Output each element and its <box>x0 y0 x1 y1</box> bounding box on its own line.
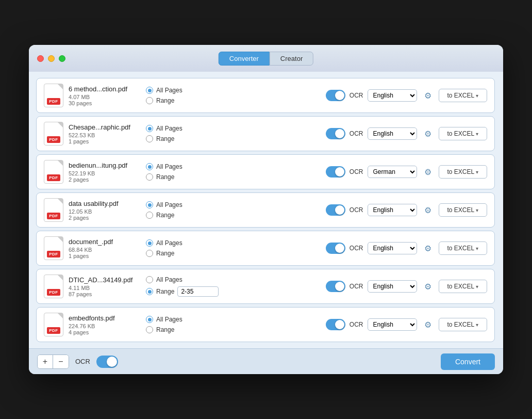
range-radio[interactable] <box>146 135 153 142</box>
all-pages-option[interactable]: All Pages <box>146 239 197 247</box>
range-option[interactable]: Range <box>146 212 197 219</box>
settings-gear-button[interactable]: ⚙ <box>421 280 435 293</box>
ocr-label: OCR <box>350 92 363 99</box>
controls-right: OCR EnglishGermanFrenchSpanishItalianPor… <box>326 241 487 255</box>
bottom-bar: + − OCR Convert <box>29 348 503 374</box>
ocr-toggle[interactable] <box>326 128 345 139</box>
language-select[interactable]: EnglishGermanFrenchSpanishItalianPortugu… <box>368 89 417 102</box>
all-pages-radio[interactable] <box>146 87 153 94</box>
range-option[interactable]: Range <box>146 250 197 257</box>
file-size: 224.76 KB <box>69 323 141 329</box>
range-radio[interactable] <box>146 212 153 219</box>
file-pages: 30 pages <box>69 100 141 106</box>
minimize-button[interactable] <box>48 55 55 62</box>
output-format-button[interactable]: to EXCEL <box>439 165 487 179</box>
file-row: PDF Chesape...raphic.pdf 522.53 KB 1 pag… <box>36 116 495 151</box>
range-radio[interactable] <box>146 288 153 295</box>
range-radio[interactable] <box>146 97 153 104</box>
ocr-toggle[interactable] <box>326 166 345 178</box>
file-size: 12.05 KB <box>69 208 141 215</box>
all-pages-option[interactable]: All Pages <box>146 316 197 323</box>
output-format-button[interactable]: to EXCEL <box>439 127 487 140</box>
language-select[interactable]: EnglishGermanFrenchSpanishItalianPortugu… <box>368 242 417 254</box>
tab-group: Converter Creator <box>219 52 313 66</box>
bottom-ocr-toggle[interactable] <box>96 356 118 368</box>
convert-btn-row: to EXCEL <box>439 127 487 140</box>
range-option[interactable]: Range <box>146 97 197 104</box>
ocr-toggle[interactable] <box>326 90 345 101</box>
all-pages-option[interactable]: All Pages <box>146 87 197 94</box>
add-file-button[interactable]: + <box>38 355 53 368</box>
file-list: PDF 6 method...ction.pdf 4.07 MB 30 page… <box>36 78 498 342</box>
settings-gear-button[interactable]: ⚙ <box>421 318 435 331</box>
maximize-button[interactable] <box>59 55 65 62</box>
range-input[interactable] <box>177 286 219 297</box>
file-name: data usability.pdf <box>69 200 141 207</box>
all-pages-radio[interactable] <box>146 163 153 170</box>
output-format-button[interactable]: to EXCEL <box>439 241 487 255</box>
file-row: PDF document_.pdf 68.84 KB 1 pages All P… <box>36 231 495 266</box>
all-pages-radio[interactable] <box>146 316 153 323</box>
range-label: Range <box>156 212 174 219</box>
range-option[interactable]: Range <box>146 135 197 142</box>
all-pages-label: All Pages <box>156 239 182 247</box>
language-select[interactable]: EnglishGermanFrenchSpanishItalianPortugu… <box>368 280 417 293</box>
convert-btn-row: to EXCEL <box>439 280 487 293</box>
range-radio[interactable] <box>146 326 153 333</box>
pdf-icon: PDF <box>44 84 63 107</box>
output-format-button[interactable]: to EXCEL <box>439 203 487 217</box>
pdf-icon: PDF <box>44 160 63 184</box>
all-pages-option[interactable]: All Pages <box>146 201 197 208</box>
output-format-button[interactable]: to EXCEL <box>439 280 487 293</box>
all-pages-label: All Pages <box>156 163 182 170</box>
settings-gear-button[interactable]: ⚙ <box>421 203 435 217</box>
ocr-label: OCR <box>350 321 363 328</box>
ocr-toggle[interactable] <box>326 319 345 330</box>
ocr-toggle[interactable] <box>326 243 345 254</box>
file-row: PDF DTIC_AD...34149.pdf 4.11 MB 87 pages… <box>36 269 495 304</box>
settings-gear-button[interactable]: ⚙ <box>421 241 435 255</box>
ocr-label: OCR <box>350 206 363 214</box>
file-name: 6 method...ction.pdf <box>69 85 141 93</box>
file-name: Chesape...raphic.pdf <box>69 123 141 131</box>
bottom-ocr-label: OCR <box>75 358 90 365</box>
all-pages-radio[interactable] <box>146 276 153 283</box>
output-format-button[interactable]: to EXCEL <box>439 89 487 102</box>
convert-button[interactable]: Convert <box>441 353 495 370</box>
language-select[interactable]: EnglishGermanFrenchSpanishItalianPortugu… <box>368 318 417 331</box>
tab-creator[interactable]: Creator <box>270 52 313 66</box>
all-pages-radio[interactable] <box>146 125 153 132</box>
all-pages-option[interactable]: All Pages <box>146 163 197 170</box>
language-select[interactable]: EnglishGermanFrenchSpanishItalianPortugu… <box>368 166 417 178</box>
settings-gear-button[interactable]: ⚙ <box>421 165 435 179</box>
pdf-label: PDF <box>47 289 60 296</box>
ocr-toggle[interactable] <box>326 204 345 216</box>
file-info: data usability.pdf 12.05 KB 2 pages <box>69 200 141 221</box>
remove-file-button[interactable]: − <box>53 355 69 368</box>
language-select[interactable]: EnglishGermanFrenchSpanishItalianPortugu… <box>368 204 417 216</box>
file-pages: 2 pages <box>69 215 141 221</box>
range-option[interactable]: Range <box>146 173 197 181</box>
controls-right: OCR EnglishGermanFrenchSpanishItalianPor… <box>326 203 487 217</box>
file-info: DTIC_AD...34149.pdf 4.11 MB 87 pages <box>69 276 141 297</box>
all-pages-radio[interactable] <box>146 201 153 208</box>
all-pages-label: All Pages <box>156 276 182 283</box>
convert-btn-row: to EXCEL <box>439 203 487 217</box>
close-button[interactable] <box>37 55 44 62</box>
range-option[interactable]: Range <box>146 286 219 297</box>
pdf-icon: PDF <box>44 198 63 222</box>
ocr-toggle[interactable] <box>326 281 345 292</box>
settings-gear-button[interactable]: ⚙ <box>421 127 435 140</box>
tab-converter[interactable]: Converter <box>219 52 270 66</box>
output-format-button[interactable]: to EXCEL <box>439 318 487 331</box>
range-option[interactable]: Range <box>146 326 197 333</box>
range-radio[interactable] <box>146 250 153 257</box>
all-pages-option[interactable]: All Pages <box>146 125 197 132</box>
all-pages-radio[interactable] <box>146 239 153 247</box>
language-select[interactable]: EnglishGermanFrenchSpanishItalianPortugu… <box>368 127 417 140</box>
all-pages-option[interactable]: All Pages <box>146 276 219 283</box>
main-window: Converter Creator PDF 6 method...ction.p… <box>29 45 503 374</box>
settings-gear-button[interactable]: ⚙ <box>421 89 435 102</box>
range-label: Range <box>156 173 174 181</box>
range-radio[interactable] <box>146 173 153 181</box>
